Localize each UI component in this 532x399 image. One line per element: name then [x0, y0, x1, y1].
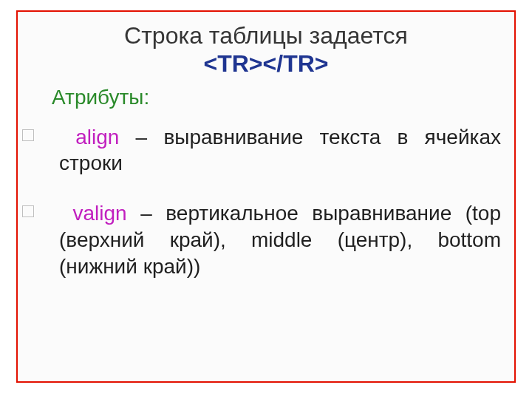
attributes-subheading: Атрибуты: [52, 86, 501, 109]
title-line-1: Строка таблицы задается [124, 22, 408, 49]
slide: Строка таблицы задается <TR></TR> Атрибу… [0, 0, 532, 399]
list-item: valign – вертикальное выравнивание (top … [31, 200, 501, 279]
attributes-list: align – выравнивание текста в ячейках ст… [31, 124, 501, 280]
title-tag: <TR></TR> [204, 50, 329, 77]
attribute-name: align [75, 126, 119, 149]
list-item: align – выравнивание текста в ячейках ст… [31, 124, 501, 177]
square-bullet-icon [22, 205, 34, 217]
slide-title: Строка таблицы задается <TR></TR> [31, 22, 501, 78]
content-frame: Строка таблицы задается <TR></TR> Атрибу… [16, 10, 516, 383]
square-bullet-icon [22, 129, 34, 141]
attribute-separator: – [119, 126, 163, 149]
attribute-name: valign [73, 202, 127, 225]
attribute-separator: – [127, 202, 166, 225]
